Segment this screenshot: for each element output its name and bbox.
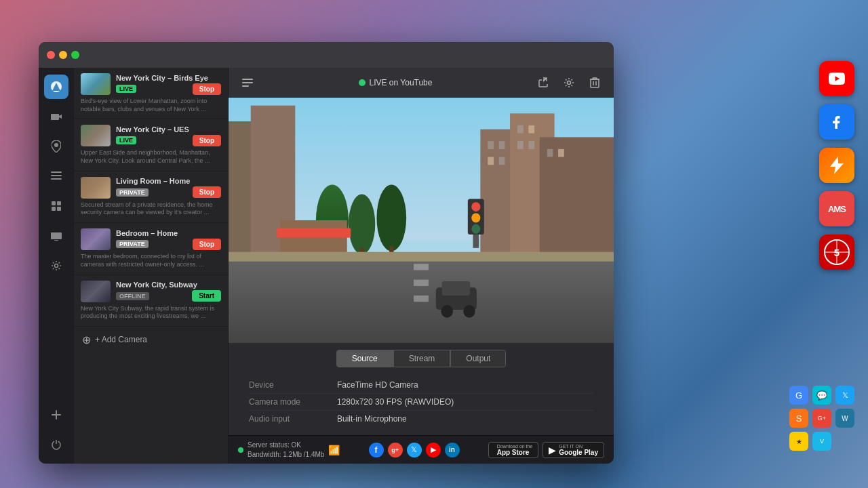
mini-icon-t[interactable]: 𝕏 <box>835 386 854 405</box>
mini-icon-s[interactable]: S <box>789 409 808 428</box>
stop-button[interactable]: Stop <box>193 83 221 95</box>
camera-description: Secured stream of a private residence, t… <box>81 201 221 217</box>
facebook-social-icon[interactable]: f <box>369 443 384 458</box>
mini-icon-gm[interactable]: G+ <box>812 409 831 428</box>
server-status-dot <box>238 447 243 453</box>
tab-stream[interactable]: Stream <box>393 350 451 367</box>
menu-icon[interactable] <box>238 73 257 92</box>
right-panel: LIVE on YouTube <box>229 68 614 464</box>
camera-item[interactable]: New York City, Subway Offline Start New … <box>74 275 228 327</box>
top-bar: LIVE on YouTube <box>229 68 614 98</box>
mini-icon-g[interactable]: G <box>789 386 808 405</box>
twitter-social-icon[interactable]: 𝕏 <box>407 443 422 458</box>
stop-button[interactable]: Stop <box>193 239 221 250</box>
svg-rect-7 <box>51 178 62 180</box>
camera-item[interactable]: New York City – Birds Eye LIVE Stop Bird… <box>74 68 228 119</box>
add-camera-button[interactable]: ⊕ + Add Camera <box>74 327 228 353</box>
sidebar-item-list[interactable] <box>44 164 68 188</box>
minimize-button[interactable] <box>59 51 67 59</box>
svg-rect-6 <box>51 175 62 176</box>
svg-rect-62 <box>229 252 614 262</box>
share-icon[interactable] <box>534 73 553 92</box>
svg-rect-36 <box>528 141 534 149</box>
sidebar-item-cameras[interactable] <box>44 104 68 129</box>
tab-source[interactable]: Source <box>336 350 393 367</box>
mini-icon-chat[interactable]: 💬 <box>812 386 831 405</box>
camera-info: New York City – Birds Eye LIVE Stop <box>116 74 221 95</box>
mini-dock-row-3: ★ V <box>789 432 854 451</box>
camera-item-header: New York City – UES LIVE Stop <box>81 125 221 146</box>
live-label: LIVE on YouTube <box>370 78 433 87</box>
settings-icon[interactable] <box>559 73 578 92</box>
svg-point-59 <box>471 224 480 234</box>
live-indicator: LIVE on YouTube <box>359 78 433 87</box>
camera-description: The master bedroom, connected to my list… <box>81 253 221 268</box>
svg-rect-5 <box>51 171 62 173</box>
maximize-button[interactable] <box>71 51 79 59</box>
googleplus-social-icon[interactable]: g+ <box>388 443 403 458</box>
camera-item-header: New York City, Subway Offline Start <box>81 281 221 302</box>
camera-mode-label: Camera mode <box>249 397 337 407</box>
footer-social: f g+ 𝕏 ▶ in <box>369 443 460 458</box>
top-bar-right <box>534 73 604 92</box>
svg-rect-31 <box>488 157 494 165</box>
sidebar-item-grid[interactable] <box>44 194 68 218</box>
googleplay-text: GET IT ON Google Play <box>559 444 598 456</box>
ams-dock-icon[interactable]: AMS <box>819 191 854 226</box>
linkedin-social-icon[interactable]: in <box>445 443 460 458</box>
sidebar-item-power[interactable] <box>44 432 68 457</box>
camera-thumbnail <box>81 125 111 146</box>
youtube-social-icon[interactable]: ▶ <box>426 443 441 458</box>
camera-item[interactable]: New York City – UES LIVE Stop Upper East… <box>74 119 228 171</box>
googleplay-sublabel: GET IT ON <box>559 444 598 449</box>
start-button[interactable]: Start <box>192 290 221 302</box>
appstore-badge[interactable]: Download on the App Store <box>488 442 539 458</box>
camera-info: New York City – UES LIVE Stop <box>116 125 221 146</box>
mini-icon-y[interactable]: ★ <box>789 432 808 451</box>
sidebar-item-add[interactable] <box>44 403 68 427</box>
svg-marker-3 <box>59 115 62 119</box>
svg-rect-18 <box>242 82 253 83</box>
svg-rect-37 <box>547 149 553 157</box>
sidebar-item-location[interactable] <box>44 134 68 159</box>
stop-button[interactable]: Stop <box>193 186 221 198</box>
sidebar-item-home[interactable] <box>44 75 68 99</box>
camera-status-row: Private Stop <box>116 239 221 250</box>
svg-rect-10 <box>52 207 56 211</box>
info-row-camera-mode: Camera mode 868x488 30 FPS (RAWVIDEO) <box>249 394 593 411</box>
delete-icon[interactable] <box>585 73 604 92</box>
s5-dock-icon[interactable]: 5 <box>819 235 854 270</box>
camera-info: New York City, Subway Offline Start <box>116 281 221 302</box>
close-button[interactable] <box>47 51 55 59</box>
sidebar-item-tv[interactable] <box>44 224 68 248</box>
main-content: New York City – Birds Eye LIVE Stop Bird… <box>39 68 614 464</box>
bolt-dock-icon[interactable] <box>819 148 854 183</box>
svg-rect-19 <box>242 85 249 87</box>
status-badge: Offline <box>116 292 149 300</box>
camera-item[interactable]: Living Room – Home Private Stop Secured … <box>74 171 228 223</box>
facebook-dock-icon[interactable] <box>819 104 854 140</box>
mini-icon-vimeo[interactable]: V <box>812 432 831 451</box>
svg-point-4 <box>54 143 58 147</box>
top-bar-left <box>238 73 257 92</box>
bandwidth-icon: 📶 <box>328 445 340 455</box>
camera-name: Bedroom – Home <box>116 229 221 237</box>
camera-item[interactable]: Bedroom – Home Private Stop The master b… <box>74 223 228 274</box>
youtube-dock-icon[interactable] <box>819 61 854 96</box>
audio-value: Built-in Microphone <box>337 414 407 424</box>
bandwidth-text: Bandwidth: 1.2Mb /1.4Mb <box>248 450 324 460</box>
title-bar <box>39 42 614 68</box>
stop-button[interactable]: Stop <box>193 135 221 146</box>
sidebar-item-settings[interactable] <box>44 253 68 278</box>
camera-mode-value: 868x488 30 FPS (RAWVIDEO) <box>337 397 454 407</box>
camera-thumbnail <box>81 177 111 199</box>
googleplay-badge[interactable]: ▶ GET IT ON Google Play <box>542 442 604 458</box>
server-status-text: Server status: OK Bandwidth: 1.2Mb /1.4M… <box>248 441 324 460</box>
add-camera-label: + Add Camera <box>95 335 147 344</box>
mini-dock-row-1: G 💬 𝕏 <box>789 386 854 405</box>
svg-rect-11 <box>57 207 61 211</box>
svg-point-58 <box>471 213 480 222</box>
bottom-panel: Source Stream Output Device FaceTime HD … <box>229 343 614 435</box>
mini-icon-wp[interactable]: W <box>835 409 854 428</box>
tab-output[interactable]: Output <box>450 350 506 367</box>
